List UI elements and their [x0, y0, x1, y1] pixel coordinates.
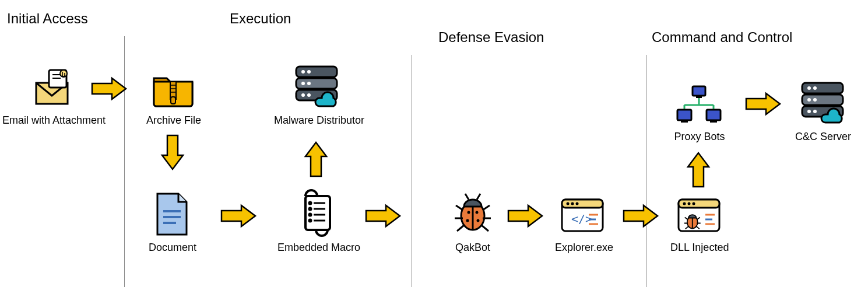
svg-rect-56: [693, 86, 705, 96]
node-label: Malware Distributor: [274, 114, 361, 127]
flow-arrow-icon: [305, 142, 326, 176]
network-bots-icon: [674, 84, 724, 125]
svg-point-39: [567, 202, 570, 205]
svg-point-4: [60, 70, 67, 77]
phase-divider: [412, 55, 412, 287]
svg-point-15: [301, 82, 305, 85]
svg-point-13: [301, 70, 305, 74]
envelope-attachment-icon: [31, 68, 72, 109]
node-label: Archive File: [145, 114, 203, 127]
svg-rect-64: [681, 120, 688, 123]
svg-point-50: [693, 202, 695, 205]
script-scroll-icon: [298, 188, 335, 238]
flow-arrow-icon: [688, 153, 709, 187]
bug-icon: [452, 189, 493, 235]
svg-point-33: [468, 211, 470, 214]
svg-rect-57: [696, 96, 702, 98]
svg-point-16: [307, 82, 311, 85]
svg-point-41: [576, 202, 579, 205]
node-label: Email with Attachment: [2, 114, 101, 127]
svg-point-72: [813, 98, 817, 102]
svg-point-14: [307, 70, 311, 74]
node-label: Proxy Bots: [673, 131, 726, 143]
node-label: C&C Server: [795, 131, 851, 143]
flow-arrow-icon: [366, 205, 400, 226]
svg-point-25: [309, 208, 311, 210]
injected-window-icon: [676, 197, 722, 233]
svg-point-74: [813, 110, 817, 113]
node-label: QakBot: [454, 242, 492, 254]
svg-point-36: [477, 219, 480, 222]
svg-point-34: [476, 211, 479, 214]
svg-point-71: [807, 98, 811, 102]
svg-point-40: [571, 202, 574, 205]
svg-rect-62: [677, 110, 691, 120]
flow-arrow-icon: [508, 205, 542, 226]
svg-point-18: [307, 93, 311, 97]
svg-point-35: [466, 219, 469, 222]
svg-point-29: [309, 219, 311, 222]
phase-divider: [124, 36, 125, 287]
node-label: Embedded Macro: [277, 242, 359, 254]
svg-rect-63: [707, 110, 721, 120]
svg-point-73: [807, 110, 811, 113]
svg-point-70: [813, 86, 817, 90]
flow-arrow-icon: [92, 78, 126, 99]
node-label: Document: [146, 242, 199, 254]
phase-divider: [646, 55, 646, 287]
cloud-server-icon: [293, 63, 340, 109]
svg-point-17: [301, 93, 305, 97]
zip-folder-icon: [150, 68, 196, 109]
phase-initial-access: Initial Access: [7, 11, 88, 27]
svg-rect-9: [171, 97, 175, 104]
code-window-icon: </>: [560, 197, 605, 233]
flow-arrow-icon: [162, 135, 183, 169]
svg-point-23: [309, 202, 311, 204]
node-label: DLL Injected: [670, 242, 729, 254]
flow-arrow-icon: [624, 205, 658, 226]
document-icon: [154, 191, 190, 237]
phase-command-control: Command and Control: [652, 29, 792, 46]
svg-point-69: [807, 86, 811, 90]
svg-point-27: [309, 214, 311, 216]
svg-rect-65: [710, 120, 717, 123]
flow-arrow-icon: [746, 93, 780, 114]
phase-defense-evasion: Defense Evasion: [438, 29, 544, 46]
cloud-server-icon: [799, 79, 846, 125]
svg-point-48: [683, 202, 686, 205]
flow-arrow-icon: [222, 205, 255, 226]
svg-point-49: [688, 202, 691, 205]
phase-execution: Execution: [230, 11, 291, 27]
node-label: Explorer.exe: [555, 242, 611, 254]
